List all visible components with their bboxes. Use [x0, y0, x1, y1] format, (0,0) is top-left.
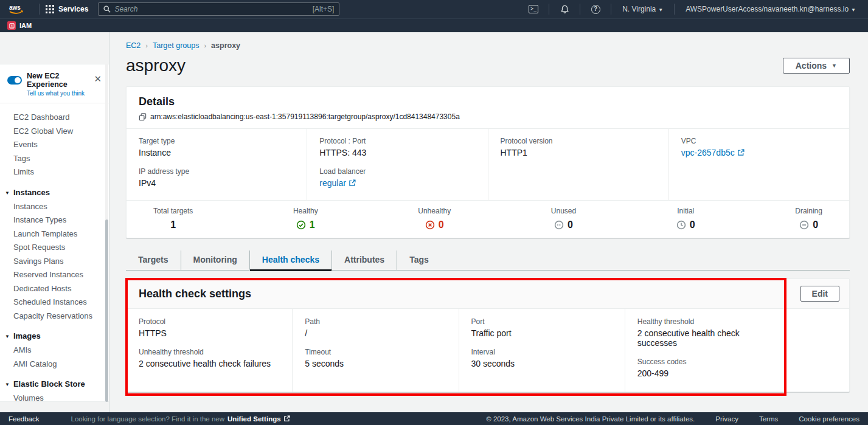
field-label: Interval	[471, 348, 613, 356]
external-link-icon	[283, 415, 290, 422]
global-search[interactable]: [Alt+S]	[98, 2, 339, 16]
grid-icon	[46, 5, 54, 13]
vpc-link[interactable]: vpc-2657db5c	[681, 148, 745, 157]
help-button[interactable]: ?	[586, 2, 605, 16]
language-hint: Looking for language selection? Find it …	[71, 415, 225, 423]
field-label: Timeout	[305, 348, 446, 356]
field-label: Unhealthy threshold	[139, 348, 280, 356]
new-experience-label: New EC2 Experience	[27, 72, 102, 89]
field-label: Success codes	[637, 358, 779, 366]
copy-icon[interactable]	[139, 113, 147, 121]
cookie-preferences-link[interactable]: Cookie preferences	[799, 415, 859, 423]
tab-targets[interactable]: Targets	[126, 251, 181, 270]
stat-unhealthy: Unhealthy 0	[418, 207, 451, 230]
region-selector[interactable]: N. Virginia▼	[617, 5, 668, 13]
cloudshell-icon: >_	[529, 5, 538, 13]
sidebar-item-events[interactable]: Events	[0, 138, 109, 152]
favorite-iam-link[interactable]: IAM	[7, 21, 32, 30]
sidebar-item-instances[interactable]: Instances	[0, 200, 109, 214]
cloudshell-button[interactable]: >_	[524, 2, 543, 16]
health-check-grid: ProtocolHTTPS Unhealthy threshold2 conse…	[127, 309, 849, 392]
tab-tags[interactable]: Tags	[397, 251, 441, 270]
breadcrumb: EC2 › Target groups › asproxy	[126, 41, 850, 50]
tab-attributes[interactable]: Attributes	[332, 251, 397, 270]
aws-logo[interactable]: aws	[7, 4, 24, 15]
sidebar-item-dedicated-hosts[interactable]: Dedicated Hosts	[0, 282, 109, 296]
tab-monitoring[interactable]: Monitoring	[181, 251, 249, 270]
field-label: Healthy threshold	[637, 317, 779, 326]
sidebar-item-amis[interactable]: AMIs	[0, 344, 109, 358]
ec2-sidebar: New EC2 Experience Tell us what you thin…	[0, 32, 109, 412]
stat-initial: Initial 0	[676, 207, 695, 230]
close-icon[interactable]: ✕	[94, 74, 102, 83]
search-shortcut-hint: [Alt+S]	[313, 5, 335, 13]
hc-path-value: /	[305, 328, 446, 338]
divider	[549, 4, 549, 15]
feedback-link[interactable]: Feedback	[9, 415, 40, 423]
sidebar-item-launch-templates[interactable]: Launch Templates	[0, 227, 109, 241]
hc-interval-value: 30 seconds	[471, 359, 613, 368]
terms-link[interactable]: Terms	[759, 415, 778, 423]
sidebar-item-spot-requests[interactable]: Spot Requests	[0, 241, 109, 255]
chevron-right-icon: ›	[204, 42, 206, 49]
tell-us-link[interactable]: Tell us what you think	[27, 90, 102, 97]
field-label: IP address type	[139, 167, 294, 176]
triangle-down-icon: ▼	[5, 190, 10, 196]
sidebar-section-images[interactable]: ▼Images	[0, 328, 109, 344]
new-ec2-experience-toggle[interactable]	[7, 76, 22, 85]
stat-healthy: Healthy 1	[293, 207, 318, 230]
protocol-version-value: HTTP1	[501, 148, 656, 157]
stat-unused: Unused 0	[551, 207, 576, 230]
breadcrumb-target-groups[interactable]: Target groups	[153, 41, 199, 50]
favorites-bar: IAM	[0, 18, 868, 32]
chevron-down-icon: ▼	[851, 7, 856, 13]
privacy-link[interactable]: Privacy	[715, 415, 738, 423]
minus-circle-icon	[799, 220, 809, 230]
notifications-button[interactable]	[555, 2, 574, 16]
minus-circle-icon	[554, 220, 564, 230]
sidebar-item-tags[interactable]: Tags	[0, 152, 109, 166]
triangle-down-icon: ▼	[5, 382, 10, 387]
actions-button[interactable]: Actions▼	[783, 58, 850, 74]
divider	[674, 4, 675, 15]
sidebar-item-ec2-dashboard[interactable]: EC2 Dashboard	[0, 111, 109, 125]
sidebar-nav: EC2 Dashboard EC2 Global View Events Tag…	[0, 103, 109, 402]
divider	[580, 4, 580, 15]
load-balancer-link[interactable]: regular	[319, 178, 356, 188]
target-group-arn: arn:aws:elasticloadbalancing:us-east-1:3…	[150, 112, 460, 121]
sidebar-item-ami-catalog[interactable]: AMI Catalog	[0, 358, 109, 371]
ip-address-type-value: IPv4	[139, 178, 294, 188]
sidebar-section-instances[interactable]: ▼Instances	[0, 184, 109, 200]
target-type-value: Instance	[139, 148, 294, 157]
topnav-right-section: >_ ? N. Virginia▼ AWSPowerUserAccess/nav…	[524, 2, 861, 16]
sidebar-item-instance-types[interactable]: Instance Types	[0, 213, 109, 227]
field-label: Path	[305, 317, 446, 326]
details-title: Details	[139, 95, 837, 108]
hc-protocol-value: HTTPS	[139, 328, 280, 338]
protocol-port-value: HTTPS: 443	[319, 148, 475, 157]
copyright-text: © 2023, Amazon Web Services India Privat…	[486, 415, 695, 423]
sidebar-item-reserved-instances[interactable]: Reserved Instances	[0, 268, 109, 282]
field-label: Load balancer	[319, 167, 475, 176]
sidebar-item-savings-plans[interactable]: Savings Plans	[0, 255, 109, 269]
tab-health-checks[interactable]: Health checks	[249, 251, 332, 270]
sidebar-item-ec2-global-view[interactable]: EC2 Global View	[0, 125, 109, 139]
iam-label: IAM	[19, 22, 32, 29]
services-menu-button[interactable]: Services	[46, 5, 88, 13]
sidebar-scrollbar[interactable]	[105, 64, 108, 402]
health-check-settings-title: Health check settings	[139, 288, 251, 300]
field-label: Protocol version	[501, 137, 656, 145]
sidebar-item-capacity-reservations[interactable]: Capacity Reservations	[0, 309, 109, 323]
field-label: VPC	[681, 137, 837, 145]
breadcrumb-ec2[interactable]: EC2	[126, 41, 141, 50]
search-input[interactable]	[114, 5, 308, 13]
account-menu[interactable]: AWSPowerUserAccess/navaneeth.kn@harness.…	[681, 5, 861, 13]
edit-button[interactable]: Edit	[800, 286, 839, 302]
x-circle-icon	[425, 220, 435, 230]
sidebar-scrollbar-thumb[interactable]	[105, 219, 108, 402]
sidebar-item-volumes[interactable]: Volumes	[0, 392, 109, 402]
sidebar-section-elastic-block-store[interactable]: ▼Elastic Block Store	[0, 376, 109, 392]
sidebar-item-limits[interactable]: Limits	[0, 165, 109, 179]
sidebar-item-scheduled-instances[interactable]: Scheduled Instances	[0, 295, 109, 309]
unified-settings-link[interactable]: Unified Settings	[227, 415, 290, 423]
